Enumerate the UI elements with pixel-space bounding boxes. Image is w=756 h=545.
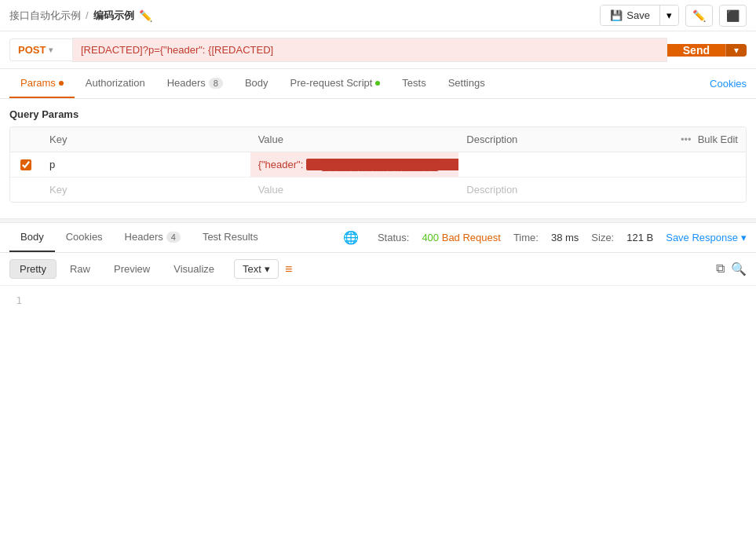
response-content[interactable]	[31, 292, 756, 309]
empty-description[interactable]: Description	[458, 177, 667, 202]
response-tabs-bar: Body Cookies Headers 4 Test Results 🌐 St…	[0, 223, 756, 253]
th-key: Key	[42, 127, 250, 152]
resp-tab-test-results-label: Test Results	[203, 231, 258, 243]
headers-badge: 8	[209, 78, 223, 89]
url-input[interactable]	[73, 38, 667, 61]
breadcrumb-current: 编码示例	[93, 9, 134, 23]
status-label: Status:	[378, 232, 409, 243]
text-format-label: Text	[243, 263, 261, 275]
format-bar-right: ⧉ 🔍	[716, 262, 747, 276]
fmt-tab-raw[interactable]: Raw	[60, 259, 100, 279]
tab-body[interactable]: Body	[234, 69, 279, 98]
breadcrumb-parent: 接口自动化示例	[9, 9, 81, 23]
format-bar: Pretty Raw Preview Visualize Text ▾ ≡ ⧉ …	[0, 253, 756, 286]
tab-settings[interactable]: Settings	[437, 69, 496, 98]
top-bar: 接口自动化示例 / 编码示例 ✏️ 💾 Save ▾ ✏️ ⬛	[0, 0, 756, 31]
params-section: Query Params Key Value Description ••• B…	[0, 99, 756, 203]
search-icon[interactable]: 🔍	[731, 262, 747, 276]
top-bar-actions: 💾 Save ▾ ✏️ ⬛	[600, 5, 747, 27]
th-description: Description	[458, 127, 667, 152]
line-number-1: 1	[9, 292, 22, 309]
row-checkbox-col	[10, 152, 42, 177]
more-icon[interactable]: •••	[681, 134, 692, 145]
edit-icon-btn[interactable]: ✏️	[685, 5, 713, 27]
wrap-icon[interactable]: ≡	[285, 262, 292, 276]
text-format-select[interactable]: Text ▾	[234, 259, 279, 279]
params-table: Key Value Description ••• Bulk Edit p {"…	[9, 126, 747, 203]
tab-settings-label: Settings	[448, 77, 485, 89]
fmt-tab-preview[interactable]: Preview	[104, 259, 160, 279]
table-header: Key Value Description ••• Bulk Edit	[10, 127, 746, 152]
row-key[interactable]: p	[42, 152, 250, 177]
fmt-tab-visualize[interactable]: Visualize	[163, 259, 225, 279]
th-check	[10, 127, 42, 152]
query-params-title: Query Params	[9, 108, 747, 120]
status-value: 400 Bad Request	[422, 232, 501, 243]
size-value: 121 B	[626, 232, 653, 243]
save-dropdown-button[interactable]: ▾	[659, 5, 678, 25]
th-bulk-edit: ••• Bulk Edit	[667, 127, 746, 152]
tab-authorization-label: Authorization	[86, 77, 145, 89]
breadcrumb: 接口自动化示例 / 编码示例 ✏️	[9, 9, 152, 23]
time-value: 38 ms	[551, 232, 579, 243]
cookies-link[interactable]: Cookies	[710, 78, 747, 90]
resp-tab-test-results[interactable]: Test Results	[192, 223, 269, 252]
tab-prerequest-label: Pre-request Script	[290, 77, 373, 89]
empty-value[interactable]: Value	[250, 177, 459, 202]
tab-prerequest[interactable]: Pre-request Script	[279, 69, 392, 98]
method-select[interactable]: POST ▾	[9, 38, 72, 61]
globe-icon: 🌐	[343, 230, 359, 245]
tab-params-label: Params	[20, 77, 56, 89]
save-response-button[interactable]: Save Response ▾	[666, 232, 747, 243]
send-btn-group: Send ▾	[667, 44, 747, 57]
tab-authorization[interactable]: Authorization	[75, 69, 156, 98]
resp-tab-headers[interactable]: Headers 4	[114, 223, 192, 252]
copy-icon[interactable]: ⧉	[716, 262, 725, 276]
send-button[interactable]: Send	[667, 44, 725, 57]
url-bar: POST ▾ Send ▾	[0, 31, 756, 69]
resp-tab-cookies[interactable]: Cookies	[55, 223, 114, 252]
resp-headers-badge: 4	[166, 232, 181, 243]
save-btn-group: 💾 Save ▾	[600, 5, 679, 26]
tab-params[interactable]: Params	[9, 69, 75, 98]
method-label: POST	[18, 44, 46, 56]
url-input-wrap	[72, 38, 667, 62]
save-response-label: Save Response	[666, 232, 738, 243]
method-chevron-icon: ▾	[49, 46, 53, 54]
row-description[interactable]	[458, 152, 667, 177]
breadcrumb-separator: /	[86, 9, 89, 21]
bulk-edit-label: Bulk Edit	[698, 134, 738, 145]
prerequest-dot	[375, 81, 380, 86]
status-text: Bad Request	[442, 232, 501, 243]
empty-check-col	[10, 177, 42, 202]
edit-icon[interactable]: ✏️	[139, 9, 152, 22]
share-icon-btn[interactable]: ⬛	[719, 5, 747, 27]
tab-body-label: Body	[245, 77, 268, 89]
params-dot	[59, 81, 64, 86]
send-dropdown-button[interactable]: ▾	[725, 44, 747, 57]
save-icon: 💾	[610, 9, 623, 21]
row-value[interactable]: {"header":████████████████████	[250, 152, 459, 177]
fmt-tab-pretty[interactable]: Pretty	[9, 259, 57, 279]
tab-headers[interactable]: Headers 8	[156, 69, 234, 98]
empty-key[interactable]: Key	[42, 177, 250, 202]
response-body: 1	[0, 286, 756, 316]
empty-table-row: Key Value Description	[10, 177, 746, 202]
row-checkbox[interactable]	[20, 159, 31, 170]
resp-tab-headers-label: Headers	[125, 231, 163, 243]
status-code: 400	[422, 232, 439, 243]
size-label: Size:	[591, 232, 614, 243]
save-button[interactable]: 💾 Save	[601, 5, 659, 25]
th-value: Value	[250, 127, 459, 152]
save-response-chevron: ▾	[741, 232, 747, 243]
text-format-chevron: ▾	[265, 263, 270, 275]
time-label: Time:	[513, 232, 539, 243]
resp-tab-body-label: Body	[20, 231, 44, 243]
tab-tests[interactable]: Tests	[391, 69, 436, 98]
table-row: p {"header":████████████████████	[10, 152, 746, 177]
request-tabs: Params Authorization Headers 8 Body Pre-…	[0, 69, 756, 99]
line-numbers: 1	[0, 292, 31, 309]
resp-tab-cookies-label: Cookies	[66, 231, 103, 243]
tab-headers-label: Headers	[167, 77, 206, 89]
resp-tab-body[interactable]: Body	[9, 223, 55, 252]
